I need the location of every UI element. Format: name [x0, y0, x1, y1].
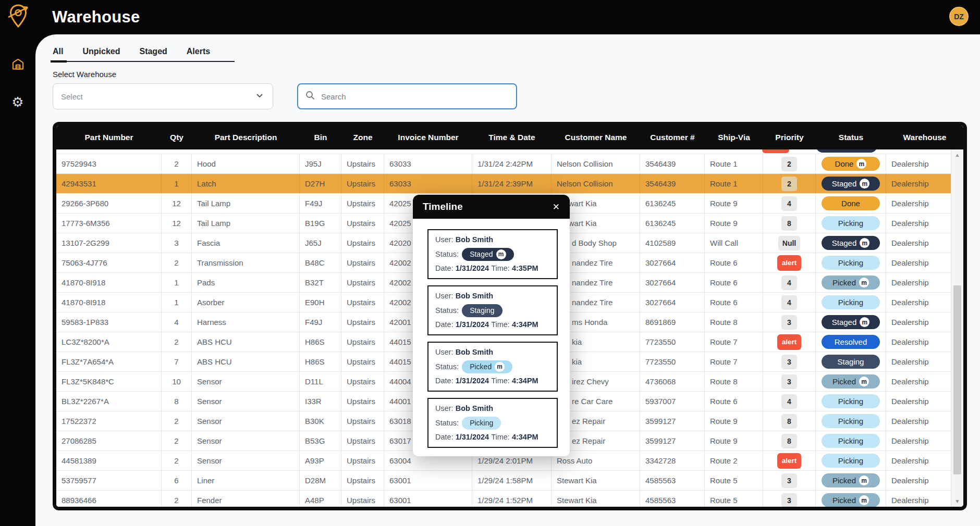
cell-bin: J65J: [300, 233, 341, 253]
cell-customer-no: 6136245: [640, 214, 705, 233]
tab-staged[interactable]: Staged: [139, 47, 167, 61]
cell-customer-no: 6136245: [640, 194, 705, 213]
cell-bin: J95J: [300, 154, 341, 173]
cell-status: Resolved: [816, 332, 886, 352]
priority-badge: 8: [781, 434, 797, 448]
cell-warehouse: Dealership: [886, 392, 951, 411]
status-pill: Picking: [822, 295, 880, 309]
column-header: Part Number: [56, 133, 162, 142]
timeline-user-line: User: Bob Smith: [435, 347, 550, 358]
status-pill-label: Done: [841, 199, 860, 208]
cell-status: Picking: [816, 293, 886, 312]
tab-all[interactable]: All: [53, 47, 63, 61]
status-pill-label: Picking: [838, 397, 863, 406]
priority-badge: 8: [781, 414, 797, 429]
cell-zone: Upstairs: [341, 174, 384, 193]
cell-qty: 7: [162, 352, 192, 371]
timeline-user-value: Bob Smith: [456, 291, 494, 302]
timeline-time-value: 4:34PM: [512, 319, 538, 330]
cell-datetime: 1/31/24 2:39PM: [472, 174, 552, 193]
home-icon[interactable]: [11, 57, 25, 73]
timeline-entry: User: Bob SmithStatus: PickingDate: 1/31…: [427, 398, 558, 448]
timeline-entries: User: Bob SmithStatus: StagedmDate: 1/31…: [413, 219, 570, 456]
cell-customer-no: 4102589: [640, 233, 705, 253]
scrollbar-thumb[interactable]: [953, 285, 961, 475]
cell-warehouse: Dealership: [886, 372, 951, 391]
tab-unpicked[interactable]: Unpicked: [82, 47, 120, 61]
cell-zone: Upstairs: [341, 293, 384, 312]
cell-datetime: 1/31/24 2:42PM: [472, 154, 552, 173]
table-row[interactable]: 429435311LatchD27HUpstairs630331/31/24 2…: [56, 174, 951, 194]
status-pill-label: Picking: [838, 456, 863, 465]
cell-customer-no: 3546439: [640, 154, 705, 173]
cell-customer-no: 3342728: [640, 451, 705, 470]
cell-ship-via: Route 6: [705, 253, 763, 272]
cell-part: BL3Z*2267*A: [56, 392, 162, 411]
search-icon: [305, 90, 315, 103]
status-pill: Picking: [822, 216, 880, 230]
cell-part: FL3Z*7A654*A: [56, 352, 162, 371]
status-pill: Pickedm: [822, 493, 880, 507]
column-header: Qty: [162, 133, 192, 142]
cell-part: 75063-4J776: [56, 253, 162, 272]
cell-ship-via: Route 5: [705, 471, 763, 490]
timeline-time-value: 4:34PM: [512, 375, 538, 386]
user-avatar[interactable]: DZ: [949, 7, 969, 26]
cell-priority: 4: [763, 293, 816, 312]
cell-desc: Sensor: [192, 372, 300, 391]
cell-status: Picking: [816, 411, 886, 431]
status-pill-label: Picked: [832, 476, 856, 485]
cell-bin: D27H: [300, 174, 341, 193]
cell-desc: ABS HCU: [192, 352, 300, 371]
scroll-down-arrow[interactable]: ▼: [951, 498, 963, 504]
cell-status: Pickedm: [816, 491, 886, 507]
priority-badge: 4: [781, 394, 797, 409]
cell-customer-no: 7723550: [640, 352, 705, 371]
cell-ship-via: Will Call: [705, 233, 763, 253]
cell-customer-no: 8691869: [640, 312, 705, 332]
timeline-status-pill: Picking: [462, 417, 501, 430]
warehouse-select[interactable]: Select: [53, 83, 273, 109]
cell-bin: B53G: [300, 431, 341, 450]
status-pill: Resolved: [822, 335, 880, 349]
cell-customer-no: 3027664: [640, 273, 705, 292]
cell-bin: I33R: [300, 392, 341, 411]
scroll-up-arrow[interactable]: ▲: [951, 152, 963, 158]
status-pill-label: Resolved: [835, 337, 867, 346]
column-header: Bin: [300, 133, 341, 142]
table-row[interactable]: 889364662FenderA48PUpstairs630011/29/24 …: [56, 491, 951, 507]
cell-bin: D28M: [300, 471, 341, 490]
cell-datetime: 1/29/24 1:58PM: [472, 471, 552, 490]
cell-priority: 3: [763, 312, 816, 332]
cell-priority: alert: [763, 253, 816, 272]
priority-badge: 3: [781, 473, 797, 488]
search-input[interactable]: [320, 92, 509, 102]
cell-ship-via: Route 9: [705, 194, 763, 213]
close-icon[interactable]: ✕: [553, 203, 560, 211]
cell-desc: Pads: [192, 273, 300, 292]
table-row[interactable]: 975299432HoodJ95JUpstairs630331/31/24 2:…: [56, 154, 951, 174]
status-pill: Staging: [822, 355, 880, 369]
timeline-modal-title: Timeline: [423, 201, 463, 212]
timeline-user-value: Bob Smith: [456, 234, 494, 245]
cell-zone: Upstairs: [341, 431, 384, 450]
cell-bin: H86S: [300, 332, 341, 352]
timeline-date-value: 1/31/2024: [456, 432, 489, 443]
cell-ship-via: Route 8: [705, 312, 763, 332]
cell-priority: alert: [763, 451, 816, 470]
timeline-user-line: User: Bob Smith: [435, 403, 550, 414]
tab-alerts[interactable]: Alerts: [187, 47, 210, 61]
cell-datetime: 1/29/24 1:52PM: [472, 491, 552, 507]
table-row[interactable]: 537595776LinerD28MUpstairs630011/29/24 1…: [56, 471, 951, 491]
cell-qty: 2: [162, 451, 192, 470]
cell-zone: Upstairs: [341, 372, 384, 391]
cell-qty: 1: [162, 273, 192, 292]
gear-icon[interactable]: ⚙: [11, 95, 23, 109]
cell-customer: Nelson Collision: [552, 154, 640, 173]
cell-customer-no: 3027664: [640, 293, 705, 312]
cell-qty: 10: [162, 372, 192, 391]
cell-desc: Sensor: [192, 392, 300, 411]
cell-priority: 3: [763, 491, 816, 507]
cell-desc: Fascia: [192, 233, 300, 253]
status-pill: Picking: [822, 394, 880, 408]
